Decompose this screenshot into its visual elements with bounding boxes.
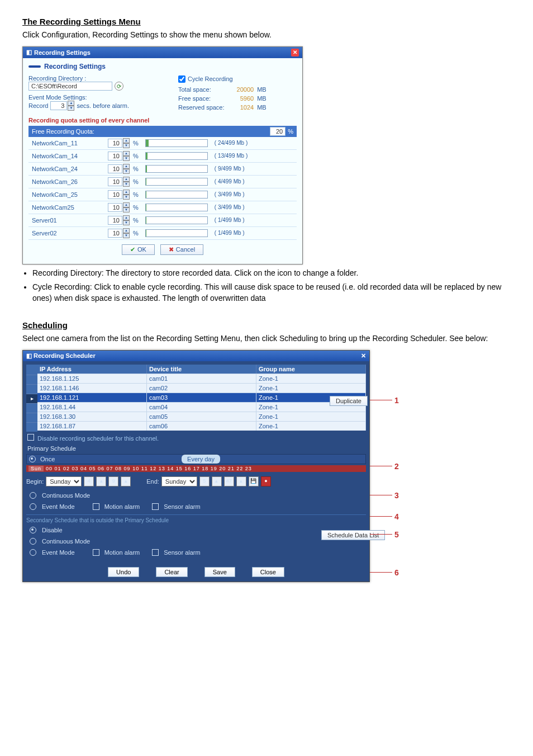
- quota-stepper[interactable]: 10▲▼: [108, 138, 130, 148]
- row-selector-icon[interactable]: ▸: [26, 394, 37, 403]
- spin-up-icon[interactable]: ▲: [123, 151, 130, 156]
- hours-scale: 00 01 02 03 04 05 06 07 08 09 10 11 12 1…: [44, 466, 364, 471]
- spin-down-icon[interactable]: ▼: [123, 156, 130, 161]
- cancel-button[interactable]: ✖Cancel: [160, 244, 203, 255]
- pct-unit: %: [133, 204, 139, 211]
- quota-row: Server0110▲▼%( 1/499 Mb ): [28, 214, 297, 227]
- sensor-checkbox[interactable]: [152, 503, 159, 510]
- quota-stepper[interactable]: 10▲▼: [108, 215, 130, 225]
- quota-stepper[interactable]: 10▲▼: [108, 164, 130, 174]
- dlg1-subtitle: Recording Settings: [44, 63, 106, 70]
- pct-unit: %: [133, 191, 139, 198]
- spin-down-icon[interactable]: ▼: [123, 182, 130, 187]
- end-hour-stepper[interactable]: 5: [199, 476, 210, 486]
- motion-checkbox[interactable]: [93, 503, 99, 510]
- stepper-up-icon[interactable]: ▴: [121, 476, 131, 486]
- spin-down-icon[interactable]: ▼: [123, 169, 130, 174]
- record-secs-stepper[interactable]: 3 ▲▼: [50, 101, 74, 111]
- free-quota-input[interactable]: 20: [270, 127, 285, 136]
- close-icon[interactable]: ✕: [361, 352, 366, 360]
- quota-stepper[interactable]: 10▲▼: [108, 151, 130, 161]
- spin-down-icon[interactable]: ▼: [123, 143, 130, 148]
- spin-down-icon[interactable]: ▼: [123, 220, 130, 225]
- table-row[interactable]: 192.168.1.87cam06Zone-1: [37, 421, 366, 431]
- pct-unit: %: [133, 153, 139, 159]
- quota-stepper[interactable]: 10▲▼: [108, 190, 130, 200]
- table-row[interactable]: 192.168.1.44cam04Zone-1: [37, 402, 366, 412]
- motion2-checkbox[interactable]: [93, 549, 99, 556]
- spin-down-icon[interactable]: ▼: [123, 233, 130, 238]
- quota-stepper[interactable]: 10▲▼: [108, 202, 130, 212]
- event-radio[interactable]: [30, 503, 36, 510]
- spin-up-icon[interactable]: ▲: [68, 101, 74, 106]
- event-label: Event Mode: [42, 503, 75, 510]
- table-row[interactable]: 192.168.1.125cam01Zone-1: [37, 374, 366, 383]
- every-day-button[interactable]: Every day: [182, 455, 220, 464]
- table-row[interactable]: 192.168.1.30cam05Zone-1: [37, 412, 366, 421]
- free-space-value: 5960: [227, 94, 255, 102]
- table-row[interactable]: 192.168.1.121cam03Zone-1: [37, 393, 366, 402]
- disable-radio[interactable]: [30, 527, 36, 533]
- spin-up-icon[interactable]: ▲: [123, 190, 130, 195]
- x-icon: ✖: [169, 246, 174, 253]
- mb-unit: MB: [256, 94, 268, 102]
- channel-name: Server01: [32, 217, 104, 224]
- usage-mb: ( 3/499 Mb ): [215, 191, 245, 197]
- cell-dev: cam04: [147, 402, 256, 412]
- close-icon[interactable]: ✕: [291, 49, 299, 56]
- spin-up-icon[interactable]: ▲: [123, 177, 130, 182]
- record-icon[interactable]: ●: [261, 476, 271, 486]
- stepper-up-icon[interactable]: ▴: [96, 476, 106, 486]
- quota-stepper[interactable]: 10▲▼: [108, 177, 130, 187]
- browse-folder-icon[interactable]: ⟳: [115, 82, 123, 91]
- secondary-schedule-label: Secondary Schedule that is outside the P…: [26, 514, 366, 523]
- end-min-stepper[interactable]: 47: [224, 476, 234, 486]
- stepper-up-icon[interactable]: ▴: [236, 476, 246, 486]
- begin-hour-stepper[interactable]: 4: [84, 476, 94, 486]
- quota-stepper[interactable]: 10▲▼: [108, 228, 130, 238]
- usage-mb: ( 9/499 Mb ): [215, 166, 245, 172]
- spin-up-icon[interactable]: ▲: [123, 138, 130, 143]
- record-secs-value[interactable]: 3: [50, 101, 67, 110]
- begin-label: Begin:: [26, 478, 44, 485]
- quota-row: NetworkCam2510▲▼%( 3/499 Mb ): [28, 201, 297, 214]
- cycle-recording-label: Cycle Recording: [188, 75, 233, 82]
- spin-up-icon[interactable]: ▲: [123, 215, 130, 220]
- end-day-select[interactable]: Sunday: [161, 476, 197, 486]
- spin-up-icon[interactable]: ▲: [123, 164, 130, 169]
- spin-up-icon[interactable]: ▲: [123, 228, 130, 233]
- sensor2-checkbox[interactable]: [152, 549, 159, 556]
- col-grp: Group name: [256, 365, 366, 374]
- disable-sched-checkbox[interactable]: [27, 434, 34, 441]
- ok-button[interactable]: ✔OK: [122, 244, 155, 255]
- pct-unit: %: [133, 217, 139, 224]
- continuous-radio[interactable]: [30, 492, 36, 499]
- spin-down-icon[interactable]: ▼: [68, 106, 74, 111]
- duplicate-button[interactable]: Duplicate: [330, 396, 368, 406]
- cycle-recording-checkbox[interactable]: [178, 75, 185, 83]
- recording-settings-dialog: ◧ Recording Settings ✕ Recording Setting…: [22, 46, 303, 264]
- once-radio[interactable]: [29, 456, 36, 462]
- pct-unit: %: [133, 230, 139, 237]
- save-button[interactable]: Save: [204, 567, 235, 577]
- disk-icon[interactable]: 💾: [249, 476, 259, 486]
- reserved-space-label: Reserved space:: [177, 103, 226, 111]
- event2-radio[interactable]: [30, 549, 36, 556]
- spin-down-icon[interactable]: ▼: [123, 207, 130, 212]
- channel-name: NetworkCam_11: [32, 140, 104, 147]
- rec-dir-input[interactable]: C:\ESOft\Record: [28, 82, 112, 91]
- usage-bar: [145, 216, 208, 224]
- spin-down-icon[interactable]: ▼: [123, 195, 130, 200]
- spin-up-icon[interactable]: ▲: [123, 202, 130, 207]
- continuous2-radio[interactable]: [30, 538, 36, 545]
- list-item: Recording Directory: The directory to st…: [32, 268, 511, 279]
- close-button[interactable]: Close: [252, 567, 284, 577]
- usage-mb: ( 1/499 Mb ): [215, 217, 245, 223]
- stepper-up-icon[interactable]: ▴: [212, 476, 222, 486]
- table-row[interactable]: 192.168.1.146cam02Zone-1: [37, 383, 366, 393]
- col-ip: IP Address: [37, 365, 147, 374]
- begin-day-select[interactable]: Sunday: [46, 476, 82, 486]
- clear-button[interactable]: Clear: [156, 567, 187, 577]
- begin-min-stepper[interactable]: 9: [108, 476, 118, 486]
- undo-button[interactable]: Undo: [108, 567, 139, 577]
